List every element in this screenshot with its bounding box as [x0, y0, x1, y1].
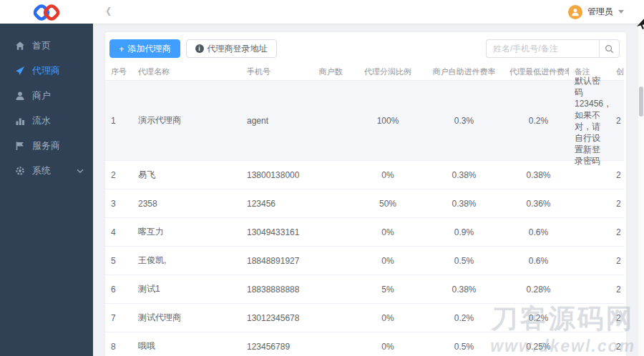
cell-merchant_rate: 0.3% [420, 116, 508, 126]
cell-created: 2 [610, 170, 624, 180]
gear-icon [15, 166, 25, 176]
cell-merchant_rate: 0.5% [420, 256, 508, 266]
cell-share: 100% [356, 116, 420, 126]
table-row: 7测试代理商130123456780%0.2%0.2%2 [105, 304, 624, 332]
cell-min_rate: 0.28% [508, 285, 569, 295]
cell-created: 2 [610, 199, 624, 209]
caret-down-icon [618, 10, 624, 14]
cell-name: 易飞 [132, 169, 241, 181]
main-content: + 添加代理商 i 代理商登录地址 序号代理名称手机号商户数代理分润比例商户自助… [93, 24, 644, 356]
cell-merchant_rate: 0.5% [420, 342, 508, 352]
sidebar-item-label: 商户 [32, 89, 51, 102]
column-header-share: 代理分润比例 [356, 66, 420, 77]
cell-name: 哦哦 [132, 340, 241, 352]
cell-min_rate: 0.25% [508, 342, 569, 352]
table-row: 8哦哦1234567890%0.5%0.25%2 [105, 332, 624, 356]
sidebar-item-providers[interactable]: 服务商 [0, 133, 93, 158]
table-row: 6测试1188388888885%0.38%0.28%2 [105, 275, 624, 304]
cell-phone: 18848891927 [241, 256, 306, 266]
cell-merchant_rate: 0.2% [420, 313, 508, 323]
cell-created: 2 [610, 116, 624, 126]
cell-name: 2358 [132, 199, 241, 209]
column-header-phone: 手机号 [241, 66, 306, 77]
brand-logo-icon [30, 1, 63, 23]
table-body: 1演示代理商agent100%0.3%0.2%默认密码123456，如果不对，请… [105, 81, 624, 356]
sidebar-item-label: 服务商 [32, 139, 60, 152]
mouse-cursor [636, 17, 644, 30]
cell-no: 5 [105, 256, 132, 266]
cell-name: 喀互力 [132, 226, 241, 238]
sidebar-item-label: 首页 [32, 39, 51, 52]
cell-min_rate: 0.6% [508, 256, 569, 266]
sidebar-item-system[interactable]: 系统 [0, 158, 93, 183]
cell-created: 2 [610, 227, 624, 237]
table-row: 2易飞138001380000%0.38%0.38%2 [105, 161, 624, 189]
cell-merchant_rate: 0.38% [420, 285, 508, 295]
cell-share: 0% [356, 170, 420, 180]
cell-created: 2 [610, 285, 624, 295]
cell-phone: 18838888888 [241, 285, 306, 295]
add-agent-button[interactable]: + 添加代理商 [109, 39, 180, 58]
cell-min_rate: 0.36% [508, 199, 569, 209]
search-button[interactable] [599, 39, 620, 58]
sidebar-item-agents[interactable]: 代理商 [0, 58, 93, 83]
toolbar: + 添加代理商 i 代理商登录地址 [105, 32, 626, 58]
sidebar-item-label: 系统 [32, 164, 51, 177]
logo [0, 0, 93, 24]
sidebar-item-transactions[interactable]: 流水 [0, 108, 93, 133]
plus-icon: + [119, 44, 125, 54]
table-row: 1演示代理商agent100%0.3%0.2%默认密码123456，如果不对，请… [105, 81, 624, 161]
sidebar-item-merchants[interactable]: 商户 [0, 83, 93, 108]
search-input[interactable] [486, 39, 599, 58]
flag-icon [15, 141, 25, 151]
cell-phone: 13800138000 [241, 170, 306, 180]
home-icon [15, 41, 25, 51]
user-menu[interactable]: 管理员 [568, 0, 624, 24]
cell-phone: 13049433161 [241, 227, 306, 237]
cell-share: 5% [356, 285, 420, 295]
cell-phone: 123456789 [241, 342, 306, 352]
cell-no: 6 [105, 285, 132, 295]
vertical-scrollbar[interactable] [638, 24, 644, 356]
bar-chart-icon [15, 116, 25, 126]
cell-created: 2 [610, 342, 624, 352]
cell-min_rate: 0.2% [508, 313, 569, 323]
collapse-sidebar-button[interactable]: 《 [101, 0, 111, 24]
cell-phone: 123456 [241, 199, 306, 209]
search-group [486, 39, 620, 58]
send-icon [15, 66, 25, 76]
avatar [568, 5, 582, 19]
cell-no: 4 [105, 227, 132, 237]
cell-no: 7 [105, 313, 132, 323]
user-icon [15, 91, 25, 101]
cell-share: 0% [356, 313, 420, 323]
scrollbar-thumb[interactable] [639, 86, 643, 117]
sidebar-item-home[interactable]: 首页 [0, 33, 93, 58]
cell-name: 王俊凯, [132, 254, 241, 267]
cell-created: 2 [610, 256, 624, 266]
sidebar-item-label: 代理商 [32, 64, 60, 77]
agents-table: 序号代理名称手机号商户数代理分润比例商户自助进件费率代理最低进件费率备注创建时间… [105, 64, 624, 356]
cell-min_rate: 0.2% [508, 116, 569, 126]
person-icon [571, 8, 580, 16]
agent-login-url-button[interactable]: i 代理商登录地址 [186, 39, 277, 58]
cell-name: 测试代理商 [132, 312, 241, 324]
cell-no: 3 [105, 199, 132, 209]
cell-name: 演示代理商 [132, 114, 241, 127]
column-header-name: 代理名称 [132, 66, 241, 77]
cell-merchant_rate: 0.9% [420, 227, 508, 237]
cell-no: 8 [105, 342, 132, 352]
cell-no: 1 [105, 116, 132, 126]
cell-share: 50% [356, 199, 420, 209]
sidebar-item-label: 流水 [32, 114, 51, 127]
cell-phone: 13012345678 [241, 313, 306, 323]
table-row: 4喀互力130494331610%0.9%0.6%2 [105, 218, 624, 247]
search-icon [605, 44, 614, 54]
agents-panel: + 添加代理商 i 代理商登录地址 序号代理名称手机号商户数代理分润比例商户自助… [105, 32, 626, 356]
cell-merchant_rate: 0.38% [420, 170, 508, 180]
cell-share: 0% [356, 342, 420, 352]
table-header-row: 序号代理名称手机号商户数代理分润比例商户自助进件费率代理最低进件费率备注创建时间 [105, 64, 624, 81]
column-header-min_rate: 代理最低进件费率 [508, 66, 569, 77]
cell-min_rate: 0.6% [508, 227, 569, 237]
column-header-merchants: 商户数 [306, 66, 356, 77]
